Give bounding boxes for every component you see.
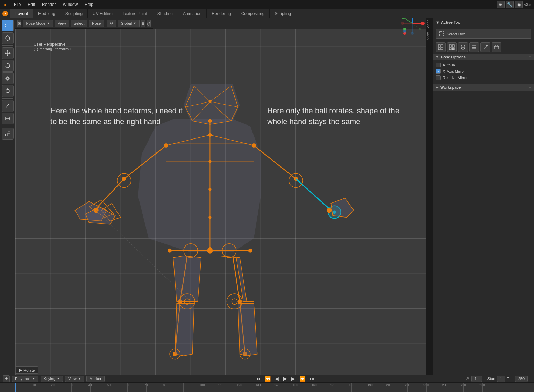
tab-modeling[interactable]: Modeling: [33, 9, 60, 18]
svg-text:X: X: [421, 22, 423, 26]
view-menu[interactable]: View: [55, 20, 69, 27]
viewport-3d[interactable]: ⊞ 📷 ✋ 🔍 X Y Z: [15, 18, 433, 375]
rotate-arrow: ▶: [19, 368, 22, 372]
marker-menu[interactable]: Marker: [86, 376, 105, 382]
timeline-ticks: 1 10 20 30 40 50 60 70 80 90 1: [15, 383, 534, 392]
tool-icon-1[interactable]: [436, 42, 446, 52]
workspace-label: Workspace: [440, 85, 461, 90]
scene-strip-label[interactable]: Scene: [426, 18, 433, 31]
relative-mirror-row: Relative Mirror: [436, 75, 531, 80]
tab-rendering[interactable]: Rendering: [207, 9, 236, 18]
start-label: Start: [487, 377, 496, 381]
proportional-edit[interactable]: ◎: [147, 20, 151, 27]
pose-menu[interactable]: Pose: [89, 20, 104, 27]
workspace-section: ▶ Workspace ≡: [433, 84, 534, 91]
svg-point-41: [419, 28, 421, 30]
toolbar-scale-tool[interactable]: [2, 72, 14, 84]
tab-shading[interactable]: Shading: [152, 9, 178, 18]
top-icon-btn-3[interactable]: ◉: [515, 1, 523, 8]
toolbar-move-tool[interactable]: [2, 47, 14, 59]
armature-svg: [15, 39, 433, 375]
end-label: End: [507, 377, 514, 381]
play-prev-frame[interactable]: ◀: [273, 375, 280, 382]
tab-sculpting[interactable]: Sculpting: [60, 9, 88, 18]
toolbar-annotate-tool[interactable]: [2, 100, 14, 112]
pose-options-header[interactable]: ▼ Pose Options ≡: [433, 54, 534, 60]
snapping-toggle[interactable]: ⊕: [141, 20, 145, 27]
menu-help[interactable]: Help: [81, 0, 97, 9]
toolbar-cursor-tool[interactable]: [2, 32, 14, 44]
tab-scripting[interactable]: Scripting: [270, 9, 296, 18]
toolbar-select-tool[interactable]: [2, 20, 14, 31]
svg-marker-9: [7, 55, 8, 56]
view-timeline-menu[interactable]: View ▼: [65, 376, 84, 382]
keying-menu[interactable]: Keying ▼: [41, 376, 63, 382]
tab-texture-paint[interactable]: Texture Paint: [118, 9, 152, 18]
engine-selector-icon[interactable]: ▣: [17, 20, 21, 27]
svg-line-40: [412, 23, 420, 29]
toolbar-transform-tool[interactable]: [2, 85, 14, 97]
timeline-ruler[interactable]: 1 10 20 30 40 50 60 70 80 90 1: [0, 383, 534, 392]
toolbar-measure-tool[interactable]: [2, 113, 14, 124]
svg-rect-114: [438, 48, 440, 50]
svg-rect-112: [438, 45, 440, 47]
x-axis-mirror-checkbox[interactable]: [436, 69, 441, 74]
select-box-button[interactable]: Select Box: [436, 29, 531, 39]
add-workspace-tab[interactable]: +: [296, 11, 306, 16]
play-next-frame[interactable]: ▶: [290, 375, 297, 382]
menu-file[interactable]: File: [10, 0, 24, 9]
playback-menu[interactable]: Playback ▼: [12, 376, 38, 382]
mode-selector-label: Pose Mode: [26, 21, 45, 26]
toolbar-rotate-tool[interactable]: [2, 60, 14, 72]
annotation-left: Here the whole hand deforms, i need it t…: [50, 106, 190, 127]
timeline-playhead[interactable]: [15, 383, 16, 392]
workspace-menu-icon: ≡: [529, 86, 531, 90]
tool-icon-4[interactable]: [469, 42, 479, 52]
nav-gizmo[interactable]: X Y Z: [398, 18, 426, 37]
pivot-point[interactable]: ⊙: [107, 20, 116, 27]
start-frame-input[interactable]: 1: [497, 376, 505, 382]
select-menu[interactable]: Select: [71, 20, 88, 27]
svg-rect-127: [494, 46, 499, 49]
transform-orientation[interactable]: Global ▼: [118, 20, 140, 27]
svg-line-77: [296, 179, 329, 208]
play-keyframe-first[interactable]: ⏮: [254, 375, 262, 382]
tool-icon-2[interactable]: [447, 42, 457, 52]
tool-icon-3[interactable]: [458, 42, 468, 52]
tab-uv-editing[interactable]: UV Editing: [88, 9, 118, 18]
menu-edit[interactable]: Edit: [24, 0, 38, 9]
tab-animation[interactable]: Animation: [178, 9, 207, 18]
svg-point-43: [411, 32, 414, 35]
pose-options-section: ▼ Pose Options ≡ Auto IK X-Axis Mirror R…: [433, 54, 534, 84]
rotate-label[interactable]: ▶ Rotate: [15, 366, 38, 374]
svg-marker-102: [238, 303, 257, 356]
tab-layout[interactable]: Layout: [10, 9, 33, 18]
mode-selector[interactable]: Pose Mode ▼: [23, 20, 53, 27]
svg-line-32: [403, 18, 412, 23]
play-next-keyframe[interactable]: ⏩: [298, 375, 307, 382]
svg-rect-113: [441, 45, 443, 47]
end-frame-input[interactable]: 250: [515, 376, 528, 382]
tool-icon-5[interactable]: [480, 42, 490, 52]
play-button[interactable]: ▶: [282, 375, 289, 383]
play-prev-keyframe[interactable]: ⏪: [263, 375, 272, 382]
tab-compositing[interactable]: Compositing: [236, 9, 270, 18]
play-keyframe-last[interactable]: ⏭: [308, 375, 316, 382]
frame-current-input[interactable]: 1: [471, 376, 482, 382]
top-icon-btn-1[interactable]: ⚙: [497, 1, 505, 8]
auto-ik-checkbox[interactable]: [436, 63, 441, 67]
tool-icon-6[interactable]: [492, 42, 501, 52]
timeline-icon[interactable]: ⊕: [3, 375, 10, 382]
auto-ik-row: Auto IK: [436, 63, 531, 67]
top-icon-btn-2[interactable]: 🔧: [506, 1, 514, 8]
view-strip-label[interactable]: View: [426, 31, 433, 41]
relative-mirror-checkbox[interactable]: [436, 75, 441, 80]
blender-icon: ●: [2, 11, 8, 16]
workspace-header[interactable]: ▶ Workspace ≡: [433, 84, 534, 91]
menu-window[interactable]: Window: [59, 0, 81, 9]
toolbar-relation-tool[interactable]: [2, 128, 14, 140]
svg-marker-94: [175, 303, 194, 356]
svg-rect-117: [452, 45, 454, 47]
menu-render[interactable]: Render: [38, 0, 59, 9]
svg-point-126: [486, 45, 488, 46]
